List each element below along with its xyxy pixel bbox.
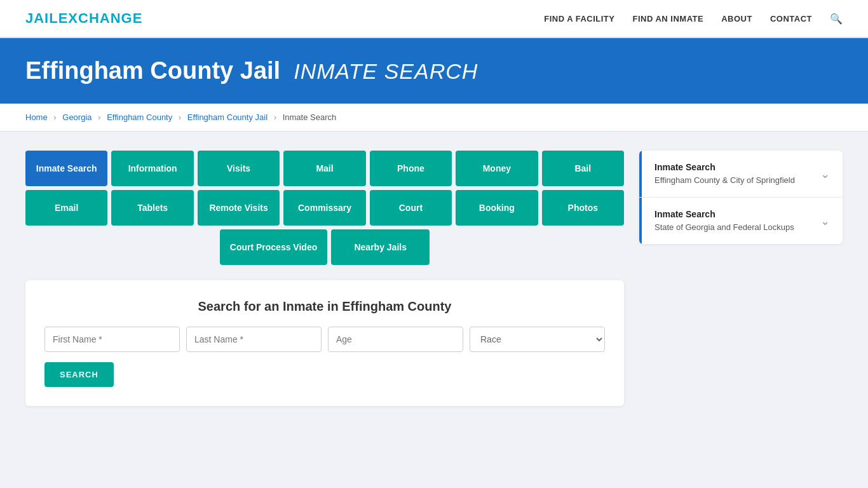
btn-nearby-jails[interactable]: Nearby Jails (331, 229, 430, 265)
btn-remote-visits[interactable]: Remote Visits (198, 190, 280, 226)
nav-find-inmate[interactable]: FIND AN INMATE (632, 14, 703, 24)
right-sidebar: Inmate Search Effingham County & City of… (639, 151, 843, 244)
last-name-input[interactable] (186, 327, 322, 352)
sidebar-item-1-title: Inmate Search (654, 162, 795, 172)
btn-money[interactable]: Money (456, 151, 538, 186)
sidebar-item-1-content: Inmate Search Effingham County & City of… (642, 151, 843, 197)
nav-buttons-row3: Court Process Video Nearby Jails (25, 229, 624, 265)
btn-photos[interactable]: Photos (542, 190, 624, 226)
btn-commissary[interactable]: Commissary (283, 190, 365, 226)
logo-exchange: EXCHANGE (58, 10, 143, 26)
first-name-input[interactable] (44, 327, 180, 352)
sidebar-item-2-text: Inmate Search State of Georgia and Feder… (654, 209, 794, 233)
search-button[interactable]: SEARCH (44, 362, 114, 387)
breadcrumb-home[interactable]: Home (25, 112, 48, 122)
sidebar-item-2-subtitle: State of Georgia and Federal Lockups (654, 222, 794, 232)
nav-find-facility[interactable]: FIND A FACILITY (544, 14, 614, 24)
btn-booking[interactable]: Booking (456, 190, 538, 226)
btn-tablets[interactable]: Tablets (111, 190, 193, 226)
search-title: Search for an Inmate in Effingham County (44, 299, 605, 314)
left-column: Inmate Search Information Visits Mail Ph… (25, 151, 624, 406)
logo-jail: JAIL (25, 10, 58, 26)
search-icon[interactable]: 🔍 (830, 13, 843, 25)
breadcrumb-sep-3: › (179, 112, 181, 122)
btn-inmate-search[interactable]: Inmate Search (25, 151, 107, 186)
top-nav: FIND A FACILITY FIND AN INMATE ABOUT CON… (544, 13, 843, 25)
header: JAILEXCHANGE FIND A FACILITY FIND AN INM… (0, 0, 868, 38)
breadcrumb-effingham-jail[interactable]: Effingham County Jail (187, 112, 268, 122)
btn-email[interactable]: Email (25, 190, 107, 226)
btn-information[interactable]: Information (111, 151, 193, 186)
btn-mail[interactable]: Mail (283, 151, 365, 186)
search-fields: Race White Black Hispanic Asian Other (44, 327, 605, 352)
breadcrumb-effingham-county[interactable]: Effingham County (107, 112, 172, 122)
btn-court-process-video[interactable]: Court Process Video (220, 229, 327, 265)
logo[interactable]: JAILEXCHANGE (25, 10, 142, 27)
page-title: Effingham County Jail INMATE SEARCH (25, 57, 843, 85)
breadcrumb-sep-2: › (98, 112, 100, 122)
sidebar-item-2-title: Inmate Search (654, 209, 794, 219)
sidebar-item-2-content: Inmate Search State of Georgia and Feder… (642, 198, 843, 244)
sidebar-item-1[interactable]: Inmate Search Effingham County & City of… (639, 151, 843, 198)
breadcrumb: Home › Georgia › Effingham County › Effi… (0, 104, 868, 132)
nav-about[interactable]: ABOUT (721, 14, 752, 24)
sidebar-item-1-subtitle: Effingham County & City of Springfield (654, 175, 795, 185)
sidebar-item-2[interactable]: Inmate Search State of Georgia and Feder… (639, 198, 843, 244)
breadcrumb-sep-4: › (274, 112, 276, 122)
chevron-down-icon-2: ⌄ (820, 214, 830, 228)
race-select[interactable]: Race White Black Hispanic Asian Other (470, 327, 605, 352)
nav-buttons-row2: Email Tablets Remote Visits Commissary C… (25, 190, 624, 226)
btn-bail[interactable]: Bail (542, 151, 624, 186)
age-input[interactable] (328, 327, 463, 352)
btn-court[interactable]: Court (370, 190, 452, 226)
breadcrumb-current: Inmate Search (283, 112, 337, 122)
main-content: Inmate Search Information Visits Mail Ph… (0, 132, 868, 425)
btn-visits[interactable]: Visits (198, 151, 280, 186)
breadcrumb-georgia[interactable]: Georgia (62, 112, 92, 122)
hero-banner: Effingham County Jail INMATE SEARCH (0, 38, 868, 104)
breadcrumb-sep-1: › (53, 112, 56, 122)
nav-buttons-row1: Inmate Search Information Visits Mail Ph… (25, 151, 624, 186)
search-card: Search for an Inmate in Effingham County… (25, 280, 624, 406)
sidebar-card: Inmate Search Effingham County & City of… (639, 151, 843, 244)
chevron-down-icon-1: ⌄ (820, 167, 830, 181)
sidebar-item-1-text: Inmate Search Effingham County & City of… (654, 162, 795, 186)
nav-contact[interactable]: CONTACT (770, 14, 812, 24)
btn-phone[interactable]: Phone (370, 151, 452, 186)
